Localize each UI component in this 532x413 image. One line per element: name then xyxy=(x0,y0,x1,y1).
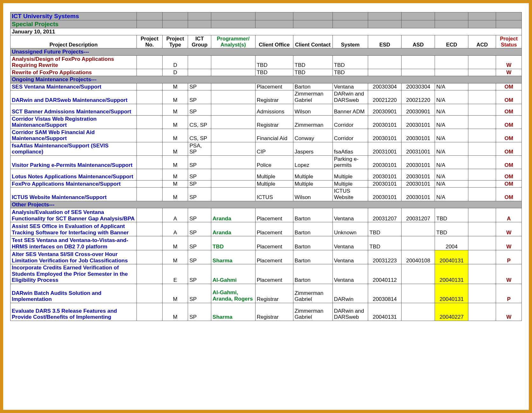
cell-status: P xyxy=(496,284,522,303)
cell-esd: 20040131 xyxy=(368,303,402,321)
cell-office: Police xyxy=(255,155,293,169)
cell-group: SP xyxy=(188,180,211,188)
cell-contact: Wilson xyxy=(293,188,332,201)
cell-status: W xyxy=(496,55,522,69)
col-office: Client Office xyxy=(255,35,293,48)
cell-type: M xyxy=(162,250,188,264)
cell-asd: 20031207 xyxy=(402,208,435,222)
cell-desc: DARwin Batch Audits Solution and Impleme… xyxy=(10,284,137,303)
cell-group: CS, SP xyxy=(188,115,211,129)
cell-system: Ventana xyxy=(332,236,368,250)
cell-group: SP xyxy=(188,303,211,321)
cell-desc: Analysis/Evaluation of SES Ventana Funct… xyxy=(10,208,137,222)
cell-office: Placement xyxy=(255,236,293,250)
cell-asd: 20031001 xyxy=(402,142,435,155)
cell-status: OM xyxy=(496,129,522,142)
cell-asd: 20030101 xyxy=(402,180,435,188)
cell-status: OM xyxy=(496,155,522,169)
cell-contact: Lopez xyxy=(293,155,332,169)
section-label: Ongoing Maintenance Projects--- xyxy=(10,76,522,83)
cell-desc: SES Ventana Maintenance/Support xyxy=(10,83,137,90)
cell-system: fsaAtlas xyxy=(332,142,368,155)
section-other: Other Projects--- xyxy=(10,201,522,208)
cell-type: D xyxy=(162,69,188,76)
table-row: DARwin Batch Audits Solution and Impleme… xyxy=(10,284,522,303)
cell-system: Corridor xyxy=(332,115,368,129)
cell-desc: Visitor Parking e-Permits Maintenance/Su… xyxy=(10,155,137,169)
cell-ecd: N/A xyxy=(435,129,468,142)
cell-type: M xyxy=(162,188,188,201)
title-row-1: ICT University Systems xyxy=(10,12,522,20)
col-asd: ASD xyxy=(402,35,435,48)
cell-type: M xyxy=(162,284,188,303)
cell-system: Corridor xyxy=(332,129,368,142)
cell-type: A xyxy=(162,208,188,222)
cell-contact: Wilson xyxy=(293,104,332,115)
cell-system: DARwin and DARSweb xyxy=(332,90,368,104)
cell-asd: 20030304 xyxy=(402,83,435,90)
cell-esd: 20030101 xyxy=(368,180,402,188)
table-row: Analysis/Design of FoxPro Applications R… xyxy=(10,55,522,69)
cell-type: M xyxy=(162,90,188,104)
cell-esd: 20021220 xyxy=(368,90,402,104)
cell-status: OM xyxy=(496,142,522,155)
cell-status: P xyxy=(496,250,522,264)
table-row: Lotus Notes Applications Maintenance/Sup… xyxy=(10,169,522,180)
cell-desc: Evaluate DARS 3.5 Release Features and P… xyxy=(10,303,137,321)
table-row: ICTUS Website Maintenance/Support M SP I… xyxy=(10,188,522,201)
section-unassigned: Unassigned Future Projects--- xyxy=(10,48,522,56)
cell-office: TBD xyxy=(255,69,293,76)
cell-status: OM xyxy=(496,90,522,104)
cell-esd: 20030814 xyxy=(368,284,402,303)
table-row: SES Ventana Maintenance/Support M SP Pla… xyxy=(10,83,522,90)
cell-asd: 20030101 xyxy=(402,129,435,142)
cell-desc: Alter SES Ventana SI/SII Cross-over Hour… xyxy=(10,250,137,264)
cell-group: SP xyxy=(188,250,211,264)
cell-status: OM xyxy=(496,169,522,180)
cell-group: SP xyxy=(188,222,211,236)
cell-desc: Lotus Notes Applications Maintenance/Sup… xyxy=(10,169,137,180)
cell-office: Placement xyxy=(255,222,293,236)
col-contact: Client Contact xyxy=(293,35,332,48)
col-acd: ACD xyxy=(468,35,496,48)
cell-asd: 20030101 xyxy=(402,169,435,180)
cell-desc: Corridor Vistas Web Registration Mainten… xyxy=(10,115,137,129)
cell-type: M xyxy=(162,169,188,180)
col-desc: Project Description xyxy=(10,35,137,48)
cell-desc: DARwin and DARSweb Maintenance/Support xyxy=(10,90,137,104)
title-row-2: Special Projects xyxy=(10,20,522,28)
cell-group: SP xyxy=(188,169,211,180)
cell-ecd: N/A xyxy=(435,142,468,155)
cell-ecd: N/A xyxy=(435,90,468,104)
cell-system: TBD xyxy=(332,69,368,76)
cell-ecd: 20040131 xyxy=(435,264,468,284)
cell-office: Financial Aid xyxy=(255,129,293,142)
cell-ecd: N/A xyxy=(435,169,468,180)
cell-group: SP xyxy=(188,264,211,284)
cell-esd: 20030101 xyxy=(368,115,402,129)
cell-system: Ventana xyxy=(332,208,368,222)
cell-group: PSA, SP xyxy=(188,142,211,155)
cell-group: SP xyxy=(188,236,211,250)
cell-esd: 20030901 xyxy=(368,104,402,115)
cell-office: Registrar xyxy=(255,284,293,303)
cell-office: Placement xyxy=(255,83,293,90)
cell-office: Registrar xyxy=(255,303,293,321)
table-row: Assist SES Office in Evaluation of Appli… xyxy=(10,222,522,236)
cell-office: Placement xyxy=(255,264,293,284)
table-row: DARwin and DARSweb Maintenance/Support M… xyxy=(10,90,522,104)
cell-type: M xyxy=(162,155,188,169)
cell-contact: TBD xyxy=(293,55,332,69)
cell-contact: Conway xyxy=(293,129,332,142)
table-row: Evaluate DARS 3.5 Release Features and P… xyxy=(10,303,522,321)
cell-prog: Aranda xyxy=(211,208,256,222)
cell-asd: 20030101 xyxy=(402,115,435,129)
cell-office: TBD xyxy=(255,55,293,69)
cell-asd: 20030101 xyxy=(402,188,435,201)
table-row: SCT Banner Admissions Maintenance/Suppor… xyxy=(10,104,522,115)
cell-ecd: N/A xyxy=(435,180,468,188)
cell-asd: 20021220 xyxy=(402,90,435,104)
cell-contact: Barton xyxy=(293,83,332,90)
cell-esd: TBD xyxy=(368,222,402,236)
cell-esd: 20031223 xyxy=(368,250,402,264)
